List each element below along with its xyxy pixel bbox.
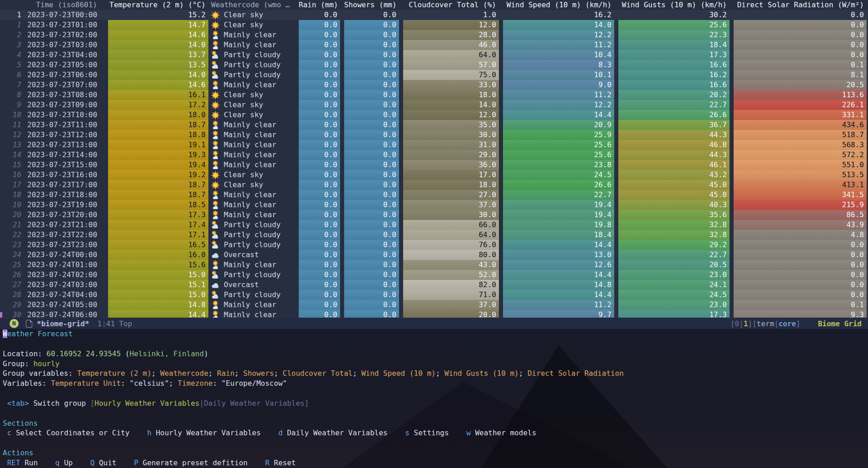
- key-s[interactable]: s: [405, 428, 409, 437]
- table-row[interactable]: 222023-07-23T22:0017.1Partly cloudy0.00.…: [0, 230, 868, 240]
- table-row[interactable]: 302023-07-24T06:0014.4Mainly clear0.00.0…: [0, 310, 868, 318]
- cell-wind-speed-value: 23.8: [503, 160, 614, 170]
- section-daily[interactable]: Daily Weather Variables: [283, 428, 388, 437]
- cell-wind-speed: 25.6: [503, 150, 618, 160]
- table-row[interactable]: 92023-07-23T09:0017.2Clear sky0.00.014.0…: [0, 100, 868, 110]
- cell-time: 2023-07-23T15:00: [24, 160, 108, 170]
- key-r[interactable]: R: [265, 458, 270, 467]
- key-h[interactable]: h: [147, 428, 152, 437]
- table-row[interactable]: 202023-07-23T20:0017.3Mainly clear0.00.0…: [0, 210, 868, 220]
- weathercode-label: Mainly clear: [224, 130, 276, 140]
- cell-solar-radiation: 513.5: [734, 170, 868, 180]
- group-switcher: <tab> Switch group [Hourly Weather Varia…: [3, 398, 868, 408]
- cell-wind-speed-value: 10.1: [503, 70, 614, 80]
- cell-cloudcover: 28.0: [403, 30, 503, 40]
- cell-rain: 0.0: [299, 280, 344, 290]
- table-row[interactable]: 12023-07-23T00:0015.2Clear sky0.00.01.01…: [0, 10, 868, 20]
- section-coordinates[interactable]: Select Coordinates or City: [11, 428, 129, 437]
- key-p[interactable]: P: [134, 458, 138, 467]
- cell-wind-gusts-value: 22.7: [618, 250, 730, 260]
- key-c[interactable]: c: [7, 428, 12, 437]
- weathercode-label: Clear sky: [224, 170, 263, 180]
- partly-cloudy-icon: [211, 60, 224, 70]
- cell-temperature: 13.5: [108, 60, 208, 70]
- cell-wind-speed: 13.0: [503, 250, 618, 260]
- cell-wind-gusts: 22.7: [618, 100, 734, 110]
- action-generate-preset[interactable]: Generate preset defition: [138, 458, 248, 467]
- table-row[interactable]: 262023-07-24T02:0015.0Partly cloudy0.00.…: [0, 270, 868, 280]
- group-tab-daily[interactable]: Daily Weather Variables: [204, 399, 305, 408]
- table-row[interactable]: 102023-07-23T10:0018.0Clear sky0.00.012.…: [0, 110, 868, 120]
- table-row[interactable]: 142023-07-23T14:0019.3Mainly clear0.00.0…: [0, 150, 868, 160]
- table-row[interactable]: 72023-07-23T07:0014.6Mainly clear0.00.03…: [0, 80, 868, 90]
- cell-wind-speed: 9.0: [503, 80, 618, 90]
- scroll-indicator: Top: [119, 319, 132, 328]
- table-row[interactable]: 212023-07-23T21:0017.4Partly cloudy0.00.…: [0, 220, 868, 230]
- table-row[interactable]: 62023-07-23T06:0014.0Partly cloudy0.00.0…: [0, 70, 868, 80]
- cell-wind-gusts: 40.3: [618, 200, 734, 210]
- cell-cloudcover: 27.0: [403, 190, 503, 200]
- table-row[interactable]: 52023-07-23T05:0013.5Partly cloudy0.00.0…: [0, 60, 868, 70]
- key-quit[interactable]: Q: [90, 458, 95, 467]
- cell-rain-value: 0.0: [299, 50, 340, 60]
- cell-temperature: 19.4: [108, 160, 208, 170]
- cell-wind-gusts-value: 45.0: [618, 190, 730, 200]
- cell-temperature-value: 18.7: [108, 180, 208, 190]
- cell-rain-value: 0.0: [299, 150, 340, 160]
- table-row[interactable]: 122023-07-23T12:0018.8Mainly clear0.00.0…: [0, 130, 868, 140]
- cell-weathercode: Mainly clear: [208, 30, 299, 40]
- key-q[interactable]: q: [55, 458, 60, 467]
- table-row[interactable]: 182023-07-23T18:0018.7Mainly clear0.00.0…: [0, 190, 868, 200]
- table-row[interactable]: 192023-07-23T19:0018.5Mainly clear0.00.0…: [0, 200, 868, 210]
- cell-rain-value: 0.0: [299, 130, 340, 140]
- action-run[interactable]: Run: [20, 458, 38, 467]
- modeline-right-segment: Biome Grid: [818, 319, 862, 328]
- section-hourly[interactable]: Hourly Weather Variables: [152, 428, 261, 437]
- section-settings[interactable]: Settings: [409, 428, 449, 437]
- weathercode-label: Mainly clear: [224, 80, 276, 90]
- column-header-line_number: [0, 0, 24, 10]
- text-segment: : "Europe/Moscow": [212, 379, 287, 388]
- table-row[interactable]: 42023-07-23T04:0013.7Partly cloudy0.00.0…: [0, 50, 868, 60]
- text-segment: [129, 428, 147, 437]
- table-row[interactable]: 252023-07-24T01:0015.6Mainly clear0.00.0…: [0, 260, 868, 270]
- table-row[interactable]: 292023-07-24T05:0014.8Mainly clear0.00.0…: [0, 300, 868, 310]
- cell-time: 2023-07-24T01:00: [24, 260, 108, 270]
- table-row[interactable]: 112023-07-23T11:0018.7Mainly clear0.00.0…: [0, 120, 868, 130]
- table-row[interactable]: 152023-07-23T15:0019.4Mainly clear0.00.0…: [0, 160, 868, 170]
- location-line: Location: 60.16952 24.93545 (Helsinki, F…: [3, 349, 868, 359]
- group-tab-hourly[interactable]: Hourly Weather Variables: [94, 399, 199, 408]
- cell-wind-speed-value: 25.9: [503, 130, 614, 140]
- cell-cloudcover: 82.0: [403, 280, 503, 290]
- table-row[interactable]: 22023-07-23T02:0014.6Mainly clear0.00.02…: [0, 30, 868, 40]
- table-row[interactable]: 232023-07-23T23:0016.5Partly cloudy0.00.…: [0, 240, 868, 250]
- section-models[interactable]: Weather models: [471, 428, 537, 437]
- action-reset[interactable]: Reset: [270, 458, 296, 467]
- table-row[interactable]: 242023-07-24T00:0016.0Overcast0.00.080.0…: [0, 250, 868, 260]
- table-row[interactable]: 12023-07-23T01:0014.7Clear sky0.00.012.0…: [0, 20, 868, 30]
- cell-temperature-value: 15.1: [108, 280, 208, 290]
- cell-temperature: 17.2: [108, 100, 208, 110]
- action-up[interactable]: Up: [59, 458, 73, 467]
- cell-temperature-value: 14.8: [108, 300, 208, 310]
- table-row[interactable]: 272023-07-24T03:0015.1Overcast0.00.082.0…: [0, 280, 868, 290]
- buffer-title: Weather Forecast: [3, 329, 868, 339]
- cell-temperature-value: 13.7: [108, 50, 208, 60]
- table-row[interactable]: 282023-07-24T04:0015.0Partly cloudy0.00.…: [0, 290, 868, 300]
- key-ret[interactable]: RET: [7, 458, 20, 467]
- cell-showers-value: 0.0: [344, 70, 399, 80]
- cell-wind-gusts: 35.6: [618, 210, 734, 220]
- blank: [3, 408, 868, 418]
- table-row[interactable]: 132023-07-23T13:0019.1Mainly clear0.00.0…: [0, 140, 868, 150]
- key-d[interactable]: d: [278, 428, 283, 437]
- tab-key[interactable]: <tab>: [7, 399, 29, 408]
- table-row[interactable]: 32023-07-23T03:0014.0Mainly clear0.00.04…: [0, 40, 868, 50]
- table-row[interactable]: 172023-07-23T17:0018.7Clear sky0.00.018.…: [0, 180, 868, 190]
- table-row[interactable]: 162023-07-23T16:0019.2Clear sky0.00.017.…: [0, 170, 868, 180]
- buffer-name[interactable]: *biome-grid*: [37, 319, 89, 328]
- table-row[interactable]: 82023-07-23T08:0016.1Clear sky0.00.018.0…: [0, 90, 868, 100]
- action-quit[interactable]: Quit: [94, 458, 116, 467]
- cell-solar-radiation: 0.0: [734, 50, 868, 60]
- cell-wind-speed-value: 12.6: [503, 260, 614, 270]
- key-w[interactable]: w: [466, 428, 471, 437]
